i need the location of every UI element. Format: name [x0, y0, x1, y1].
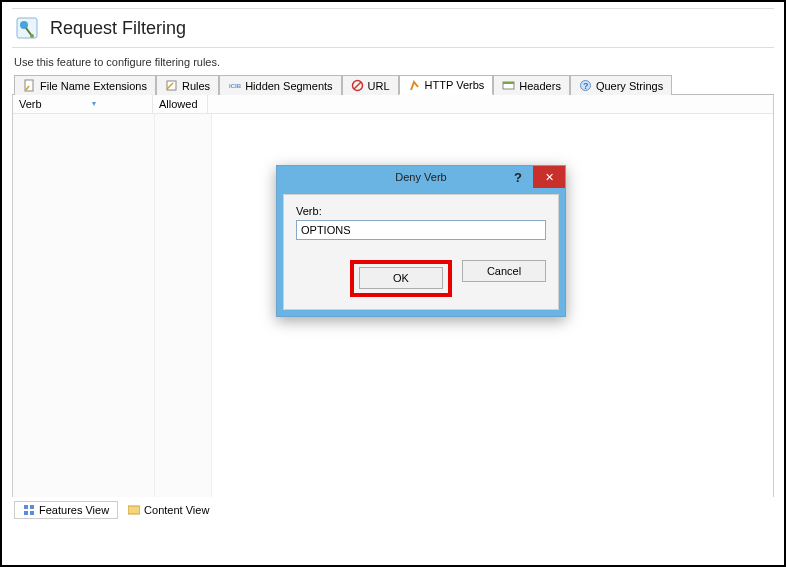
features-view-tab[interactable]: Features View — [14, 501, 118, 519]
content-area: Verb ▾ Allowed Deny Verb ? ✕ Ver — [12, 95, 774, 497]
ok-highlight-indicator: OK — [350, 260, 452, 297]
tab-file-name-extensions[interactable]: File Name Extensions — [14, 75, 156, 95]
bottom-tab-label: Features View — [39, 504, 109, 516]
col-label: Verb — [19, 98, 42, 110]
content-view-tab[interactable]: Content View — [120, 501, 217, 519]
bottom-tab-label: Content View — [144, 504, 209, 516]
column-header-verb[interactable]: Verb ▾ — [13, 95, 153, 113]
sort-indicator-icon: ▾ — [92, 97, 96, 111]
bottom-tab-strip: Features View Content View — [12, 501, 774, 519]
svg-rect-14 — [30, 511, 34, 515]
tab-label: File Name Extensions — [40, 80, 147, 92]
verb-field-label: Verb: — [296, 205, 546, 217]
dialog-titlebar[interactable]: Deny Verb ? ✕ — [277, 166, 565, 188]
tab-query-strings[interactable]: ? Query Strings — [570, 75, 672, 95]
tab-label: URL — [368, 80, 390, 92]
url-deny-icon — [351, 79, 364, 92]
verbs-icon — [408, 79, 421, 92]
content-view-icon — [128, 504, 140, 516]
headers-icon — [502, 79, 515, 92]
svg-rect-8 — [503, 82, 514, 84]
cancel-button[interactable]: Cancel — [462, 260, 546, 282]
document-icon — [23, 79, 36, 92]
tab-rules[interactable]: Rules — [156, 75, 219, 95]
dialog-button-row: OK Cancel — [296, 260, 546, 297]
query-icon: ? — [579, 79, 592, 92]
tab-label: Hidden Segments — [245, 80, 332, 92]
svg-point-2 — [30, 34, 34, 38]
tab-http-verbs[interactable]: HTTP Verbs — [399, 75, 494, 95]
dialog-title-text: Deny Verb — [395, 171, 446, 183]
dialog-close-button[interactable]: ✕ — [533, 166, 565, 188]
tab-strip: File Name Extensions Rules ICIB Hidden S… — [12, 74, 774, 95]
page-description: Use this feature to configure filtering … — [14, 56, 774, 68]
tab-url[interactable]: URL — [342, 75, 399, 95]
svg-text:ICIB: ICIB — [229, 83, 241, 89]
column-headers: Verb ▾ Allowed — [13, 95, 773, 114]
tab-label: Query Strings — [596, 80, 663, 92]
data-col-verb — [13, 114, 155, 497]
header: Request Filtering — [12, 8, 774, 48]
dialog-aero-border: Verb: OK Cancel — [277, 188, 565, 316]
svg-rect-15 — [128, 506, 140, 514]
svg-rect-11 — [24, 505, 28, 509]
svg-text:?: ? — [583, 81, 589, 91]
deny-verb-dialog: Deny Verb ? ✕ Verb: OK Cancel — [276, 165, 566, 317]
svg-rect-12 — [30, 505, 34, 509]
dialog-help-button[interactable]: ? — [507, 166, 529, 188]
svg-rect-13 — [24, 511, 28, 515]
tab-label: Rules — [182, 80, 210, 92]
verb-input[interactable] — [296, 220, 546, 240]
data-col-allowed — [155, 114, 212, 497]
filter-app-icon — [14, 15, 40, 41]
tab-label: Headers — [519, 80, 561, 92]
tab-label: HTTP Verbs — [425, 79, 485, 91]
segments-icon: ICIB — [228, 79, 241, 92]
rules-icon — [165, 79, 178, 92]
tab-hidden-segments[interactable]: ICIB Hidden Segments — [219, 75, 341, 95]
ok-button[interactable]: OK — [359, 267, 443, 289]
dialog-body: Verb: OK Cancel — [283, 194, 559, 310]
tab-headers[interactable]: Headers — [493, 75, 570, 95]
features-view-icon — [23, 504, 35, 516]
page-title: Request Filtering — [50, 18, 186, 39]
col-label: Allowed — [159, 98, 198, 110]
column-header-allowed[interactable]: Allowed — [153, 95, 208, 113]
close-icon: ✕ — [545, 171, 554, 184]
